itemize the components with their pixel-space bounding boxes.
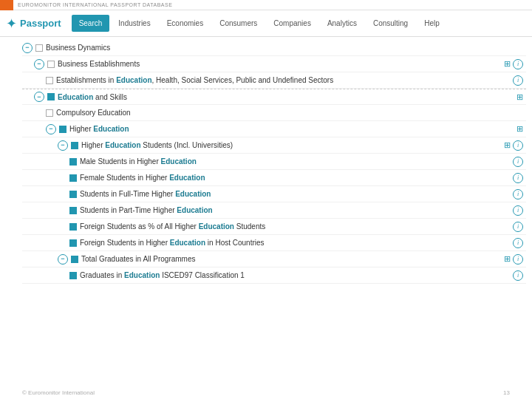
row-female-students: Female Students in Higher Education i <box>22 170 526 186</box>
tab-industries[interactable]: Industries <box>111 15 157 32</box>
table-icon-establishments[interactable]: ⊞ <box>504 59 511 69</box>
cb-business-establishments[interactable] <box>47 61 55 68</box>
tab-consumers[interactable]: Consumers <box>212 15 265 32</box>
info-icon-establishments[interactable]: i <box>513 59 523 69</box>
top-bar-label: EUROMONITOR INTERNATIONAL PASSPORT DATAB… <box>18 2 172 7</box>
sq-higher-education <box>59 126 66 133</box>
sq-foreign-students-pct <box>69 223 77 231</box>
info-icon-male-students[interactable]: i <box>513 157 523 167</box>
tab-economies[interactable]: Economies <box>160 15 211 32</box>
table-icon-higher-edu[interactable]: ⊞ <box>516 124 523 134</box>
top-bar: EUROMONITOR INTERNATIONAL PASSPORT DATAB… <box>0 0 532 10</box>
row-higher-edu-students: Higher Education Students (Incl. Univers… <box>22 137 526 154</box>
footer-left: © Euromonitor International <box>22 389 95 396</box>
table-icon-higher-edu-students[interactable]: ⊞ <box>504 140 511 150</box>
cb-establishments-education[interactable] <box>46 77 53 84</box>
label-business-establishments: Business Establishments <box>58 60 140 68</box>
label-foreign-students-host: Foreign Students in Higher Education in … <box>80 239 265 247</box>
label-compulsory-education: Compulsory Education <box>56 109 131 117</box>
row-parttime-students: Students in Part-Time Higher Education i <box>22 202 526 219</box>
info-icon-establishments-edu[interactable]: i <box>513 75 523 86</box>
label-business-dynamics: Business Dynamics <box>46 44 110 52</box>
sq-female-students <box>69 174 77 182</box>
row-business-establishments: Business Establishments ⊞ i <box>22 56 526 72</box>
row-compulsory-education: Compulsory Education <box>22 105 526 121</box>
cb-business-dynamics[interactable] <box>35 44 43 52</box>
row-graduates-isced: Graduates in Education ISCED97 Classific… <box>22 267 526 284</box>
info-icon-fulltime-students[interactable]: i <box>513 189 523 200</box>
info-icon-foreign-students-host[interactable]: i <box>513 238 523 248</box>
cb-compulsory-education[interactable] <box>46 109 53 117</box>
footer-right: 13 <box>503 389 510 396</box>
main-content: Business Dynamics Business Establishment… <box>0 37 532 399</box>
label-fulltime-students: Students in Full-Time Higher Education <box>80 190 211 198</box>
sq-male-students <box>69 158 77 166</box>
row-foreign-students-pct: Foreign Students as % of All Higher Educ… <box>22 219 526 235</box>
tab-search[interactable]: Search <box>72 15 110 32</box>
collapse-total-graduates[interactable] <box>58 254 68 265</box>
collapse-higher-edu-students[interactable] <box>58 140 68 151</box>
label-parttime-students: Students in Part-Time Higher Education <box>80 206 213 214</box>
tab-consulting[interactable]: Consulting <box>366 15 415 32</box>
info-icon-higher-edu-students[interactable]: i <box>513 140 523 151</box>
sq-foreign-students-host <box>69 239 77 247</box>
label-higher-education: Higher Education <box>69 125 129 133</box>
row-education-skills: Education and Skills ⊞ <box>22 89 526 105</box>
info-icon-parttime-students[interactable]: i <box>513 205 523 216</box>
label-total-graduates: Total Graduates in All Programmes <box>81 255 196 263</box>
sq-graduates-isced <box>69 272 77 279</box>
label-graduates-isced: Graduates in Education ISCED97 Classific… <box>80 271 245 279</box>
tab-help[interactable]: Help <box>417 15 447 32</box>
row-male-students: Male Students in Higher Education i <box>22 154 526 170</box>
label-establishments-education: Establishments in Education, Health, Soc… <box>56 76 333 84</box>
sq-total-graduates <box>71 256 78 263</box>
collapse-business-establishments[interactable] <box>34 59 44 69</box>
collapse-education-skills[interactable] <box>34 92 44 102</box>
sq-higher-edu-students <box>71 142 78 149</box>
tab-companies[interactable]: Companies <box>266 15 318 32</box>
collapse-business-dynamics[interactable] <box>22 43 33 53</box>
label-male-students: Male Students in Higher Education <box>80 157 197 166</box>
info-icon-graduates-isced[interactable]: i <box>513 270 523 281</box>
passport-icon: ✦ <box>6 16 17 32</box>
label-higher-edu-students: Higher Education Students (Incl. Univers… <box>81 141 233 149</box>
row-establishments-education: Establishments in Education, Health, Soc… <box>22 72 526 89</box>
footer: © Euromonitor International 13 <box>22 389 510 396</box>
collapse-higher-education[interactable] <box>46 124 56 134</box>
info-icon-total-graduates[interactable]: i <box>513 254 523 265</box>
logo-area: ✦ Passport <box>6 16 61 32</box>
logo-text: Passport <box>20 18 61 29</box>
orange-accent <box>0 0 13 10</box>
tab-analytics[interactable]: Analytics <box>320 15 364 32</box>
table-icon-edu-skills[interactable]: ⊞ <box>516 92 523 102</box>
nav-tabs: Search Industries Economies Consumers Co… <box>72 15 447 32</box>
label-foreign-students-pct: Foreign Students as % of All Higher Educ… <box>80 222 265 231</box>
row-business-dynamics: Business Dynamics <box>22 40 526 56</box>
sq-parttime-students <box>69 207 77 214</box>
info-icon-female-students[interactable]: i <box>513 173 523 183</box>
table-icon-total-graduates[interactable]: ⊞ <box>504 254 511 264</box>
sq-fulltime-students <box>69 191 77 198</box>
row-higher-education: Higher Education ⊞ <box>22 121 526 137</box>
row-total-graduates: Total Graduates in All Programmes ⊞ i <box>22 251 526 267</box>
nav-bar: ✦ Passport Search Industries Economies C… <box>0 10 532 37</box>
sq-education-skills <box>47 93 55 100</box>
row-fulltime-students: Students in Full-Time Higher Education i <box>22 186 526 202</box>
label-education-skills: Education and Skills <box>58 93 127 101</box>
info-icon-foreign-students-pct[interactable]: i <box>513 222 523 232</box>
row-foreign-students-host: Foreign Students in Higher Education in … <box>22 235 526 251</box>
label-female-students: Female Students in Higher Education <box>80 174 205 182</box>
